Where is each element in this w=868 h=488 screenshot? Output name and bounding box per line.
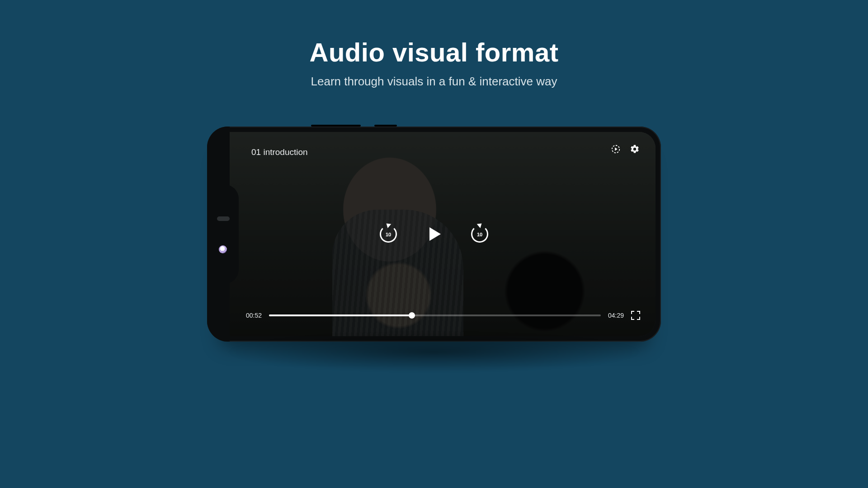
fullscreen-button[interactable] — [631, 311, 640, 320]
page-title: Audio visual format — [0, 37, 868, 67]
progress-bar[interactable] — [269, 314, 601, 316]
seek-back-button[interactable]: 10 — [379, 225, 398, 244]
phone-mock: 01 introduction — [207, 127, 661, 342]
seek-forward-button[interactable]: 10 — [470, 225, 489, 244]
elapsed-time: 00:52 — [246, 312, 262, 319]
svg-marker-1 — [615, 147, 618, 150]
progress-fill — [269, 314, 412, 316]
video-player: 01 introduction — [212, 132, 656, 336]
settings-icon[interactable] — [629, 144, 640, 155]
device-notch — [212, 184, 239, 284]
play-button[interactable] — [423, 223, 445, 245]
page-subtitle: Learn through visuals in a fun & interac… — [0, 75, 868, 89]
lesson-title: 01 introduction — [251, 147, 308, 157]
device-camera — [219, 245, 227, 253]
svg-marker-2 — [429, 227, 441, 241]
seek-seconds-label: 10 — [477, 232, 482, 237]
quality-icon[interactable] — [610, 144, 621, 155]
seek-seconds-label: 10 — [386, 232, 391, 237]
device-speaker — [217, 216, 230, 221]
progress-thumb[interactable] — [409, 312, 415, 319]
duration-time: 04:29 — [608, 312, 624, 319]
